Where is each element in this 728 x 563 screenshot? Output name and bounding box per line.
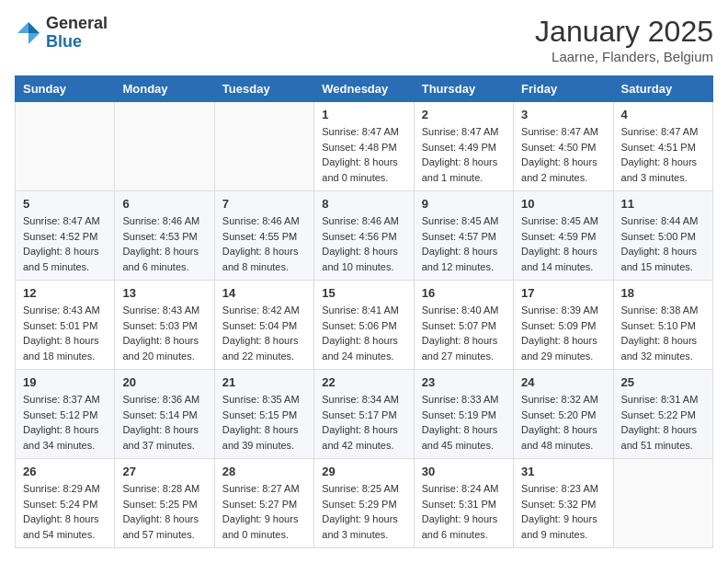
day-number: 30	[422, 465, 506, 478]
day-info: Sunrise: 8:43 AM Sunset: 5:03 PM Dayligh…	[122, 303, 206, 363]
calendar-cell	[16, 102, 115, 191]
calendar-cell: 12Sunrise: 8:43 AM Sunset: 5:01 PM Dayli…	[16, 281, 115, 370]
calendar-cell	[214, 102, 313, 191]
day-info: Sunrise: 8:38 AM Sunset: 5:10 PM Dayligh…	[621, 303, 705, 363]
calendar-cell: 5Sunrise: 8:47 AM Sunset: 4:52 PM Daylig…	[16, 191, 115, 281]
day-number: 2	[422, 108, 506, 121]
weekday-header: Monday	[115, 76, 214, 102]
day-info: Sunrise: 8:40 AM Sunset: 5:07 PM Dayligh…	[422, 303, 506, 363]
calendar-cell: 20Sunrise: 8:36 AM Sunset: 5:14 PM Dayli…	[115, 370, 214, 459]
calendar-cell: 14Sunrise: 8:42 AM Sunset: 5:04 PM Dayli…	[214, 281, 313, 370]
day-number: 1	[322, 108, 405, 121]
day-number: 24	[521, 375, 605, 389]
day-info: Sunrise: 8:47 AM Sunset: 4:52 PM Dayligh…	[23, 213, 107, 274]
logo-icon	[15, 19, 42, 47]
calendar-week-row: 12Sunrise: 8:43 AM Sunset: 5:01 PM Dayli…	[16, 281, 713, 370]
svg-marker-0	[28, 22, 40, 33]
calendar-cell: 6Sunrise: 8:46 AM Sunset: 4:53 PM Daylig…	[115, 191, 214, 281]
day-number: 21	[222, 375, 306, 389]
calendar-cell	[115, 102, 214, 191]
logo: General Blue	[15, 15, 108, 52]
day-number: 20	[122, 375, 206, 389]
svg-marker-1	[28, 33, 40, 44]
calendar-cell: 11Sunrise: 8:44 AM Sunset: 5:00 PM Dayli…	[613, 191, 712, 281]
day-number: 23	[422, 375, 506, 389]
calendar-cell: 23Sunrise: 8:33 AM Sunset: 5:19 PM Dayli…	[414, 370, 513, 459]
day-info: Sunrise: 8:46 AM Sunset: 4:55 PM Dayligh…	[222, 213, 306, 274]
day-info: Sunrise: 8:36 AM Sunset: 5:14 PM Dayligh…	[122, 392, 206, 453]
calendar-table: SundayMondayTuesdayWednesdayThursdayFrid…	[15, 75, 713, 548]
calendar-cell: 3Sunrise: 8:47 AM Sunset: 4:50 PM Daylig…	[514, 102, 613, 191]
day-info: Sunrise: 8:46 AM Sunset: 4:56 PM Dayligh…	[322, 213, 405, 274]
weekday-header: Saturday	[613, 76, 712, 102]
calendar-cell: 29Sunrise: 8:25 AM Sunset: 5:29 PM Dayli…	[314, 459, 414, 548]
calendar-cell: 7Sunrise: 8:46 AM Sunset: 4:55 PM Daylig…	[214, 191, 313, 281]
svg-marker-2	[17, 22, 28, 33]
calendar-cell: 24Sunrise: 8:32 AM Sunset: 5:20 PM Dayli…	[514, 370, 613, 459]
day-number: 25	[621, 375, 705, 389]
day-info: Sunrise: 8:29 AM Sunset: 5:24 PM Dayligh…	[23, 481, 107, 542]
day-info: Sunrise: 8:45 AM Sunset: 4:59 PM Dayligh…	[521, 213, 605, 274]
day-number: 4	[621, 108, 705, 121]
calendar-cell: 22Sunrise: 8:34 AM Sunset: 5:17 PM Dayli…	[314, 370, 414, 459]
day-number: 29	[322, 465, 405, 478]
weekday-header-row: SundayMondayTuesdayWednesdayThursdayFrid…	[16, 76, 713, 102]
calendar-cell: 16Sunrise: 8:40 AM Sunset: 5:07 PM Dayli…	[414, 281, 513, 370]
calendar-cell: 1Sunrise: 8:47 AM Sunset: 4:48 PM Daylig…	[314, 102, 414, 191]
calendar-cell: 17Sunrise: 8:39 AM Sunset: 5:09 PM Dayli…	[514, 281, 613, 370]
day-number: 3	[521, 108, 605, 121]
weekday-header: Thursday	[414, 76, 513, 102]
calendar-cell: 31Sunrise: 8:23 AM Sunset: 5:32 PM Dayli…	[514, 459, 613, 548]
day-info: Sunrise: 8:44 AM Sunset: 5:00 PM Dayligh…	[621, 213, 705, 274]
calendar-cell: 26Sunrise: 8:29 AM Sunset: 5:24 PM Dayli…	[16, 459, 115, 548]
day-number: 16	[422, 286, 506, 300]
calendar-cell: 4Sunrise: 8:47 AM Sunset: 4:51 PM Daylig…	[613, 102, 712, 191]
calendar-cell: 30Sunrise: 8:24 AM Sunset: 5:31 PM Dayli…	[414, 459, 513, 548]
calendar-cell: 10Sunrise: 8:45 AM Sunset: 4:59 PM Dayli…	[514, 191, 613, 281]
day-number: 28	[222, 465, 306, 478]
calendar-cell: 21Sunrise: 8:35 AM Sunset: 5:15 PM Dayli…	[214, 370, 313, 459]
day-number: 11	[621, 197, 705, 211]
day-info: Sunrise: 8:23 AM Sunset: 5:32 PM Dayligh…	[521, 481, 605, 542]
calendar-cell: 9Sunrise: 8:45 AM Sunset: 4:57 PM Daylig…	[414, 191, 513, 281]
day-number: 8	[322, 197, 405, 211]
calendar-week-row: 1Sunrise: 8:47 AM Sunset: 4:48 PM Daylig…	[16, 102, 713, 191]
day-info: Sunrise: 8:41 AM Sunset: 5:06 PM Dayligh…	[322, 303, 405, 363]
calendar-cell: 28Sunrise: 8:27 AM Sunset: 5:27 PM Dayli…	[214, 459, 313, 548]
calendar-cell: 15Sunrise: 8:41 AM Sunset: 5:06 PM Dayli…	[314, 281, 414, 370]
day-number: 9	[422, 197, 506, 211]
title-block: January 2025 Laarne, Flanders, Belgium	[535, 15, 713, 64]
day-info: Sunrise: 8:47 AM Sunset: 4:49 PM Dayligh…	[422, 124, 506, 185]
day-number: 17	[521, 286, 605, 300]
day-info: Sunrise: 8:45 AM Sunset: 4:57 PM Dayligh…	[422, 213, 506, 274]
day-info: Sunrise: 8:43 AM Sunset: 5:01 PM Dayligh…	[23, 303, 107, 363]
day-number: 18	[621, 286, 705, 300]
day-info: Sunrise: 8:24 AM Sunset: 5:31 PM Dayligh…	[422, 481, 506, 542]
day-number: 10	[521, 197, 605, 211]
day-number: 22	[322, 375, 405, 389]
day-number: 6	[122, 197, 206, 211]
calendar-week-row: 19Sunrise: 8:37 AM Sunset: 5:12 PM Dayli…	[16, 370, 713, 459]
page-header: General Blue January 2025 Laarne, Flande…	[15, 15, 713, 64]
day-number: 14	[222, 286, 306, 300]
day-number: 7	[222, 197, 306, 211]
day-number: 15	[322, 286, 405, 300]
calendar-week-row: 26Sunrise: 8:29 AM Sunset: 5:24 PM Dayli…	[16, 459, 713, 548]
day-info: Sunrise: 8:34 AM Sunset: 5:17 PM Dayligh…	[322, 392, 405, 453]
day-info: Sunrise: 8:47 AM Sunset: 4:51 PM Dayligh…	[621, 124, 705, 185]
weekday-header: Sunday	[16, 76, 115, 102]
logo-text: General Blue	[46, 15, 108, 52]
month-title: January 2025	[535, 15, 713, 49]
day-info: Sunrise: 8:35 AM Sunset: 5:15 PM Dayligh…	[222, 392, 306, 453]
calendar-cell: 27Sunrise: 8:28 AM Sunset: 5:25 PM Dayli…	[115, 459, 214, 548]
day-info: Sunrise: 8:37 AM Sunset: 5:12 PM Dayligh…	[23, 392, 107, 453]
day-number: 19	[23, 375, 107, 389]
day-number: 12	[23, 286, 107, 300]
day-info: Sunrise: 8:47 AM Sunset: 4:48 PM Dayligh…	[322, 124, 405, 185]
day-info: Sunrise: 8:25 AM Sunset: 5:29 PM Dayligh…	[322, 481, 405, 542]
day-number: 13	[122, 286, 206, 300]
calendar-week-row: 5Sunrise: 8:47 AM Sunset: 4:52 PM Daylig…	[16, 191, 713, 281]
day-info: Sunrise: 8:42 AM Sunset: 5:04 PM Dayligh…	[222, 303, 306, 363]
day-info: Sunrise: 8:33 AM Sunset: 5:19 PM Dayligh…	[422, 392, 506, 453]
location: Laarne, Flanders, Belgium	[535, 49, 713, 64]
